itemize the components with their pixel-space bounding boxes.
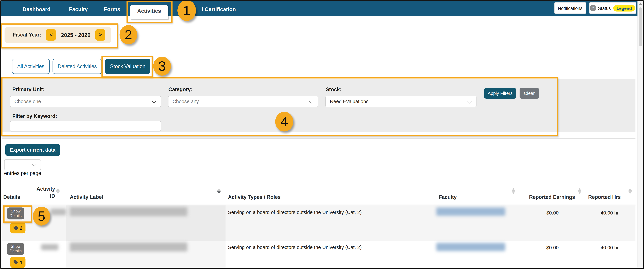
sort-up-icon	[56, 188, 60, 191]
stock-select[interactable]: Need Evaluations	[325, 96, 476, 107]
redacted-faculty-link[interactable]	[436, 208, 505, 216]
tag-count-value: 2	[20, 226, 22, 230]
nav-item-dashboard[interactable]: Dashboard	[22, 6, 50, 12]
reported-earnings-cell: $0.00	[546, 210, 558, 216]
sort-icon-reported-hrs[interactable]	[628, 188, 632, 194]
column-header-details[interactable]: Details	[3, 194, 20, 200]
nav-tab-activities-label: Activities	[137, 8, 161, 14]
keyword-filter-input[interactable]	[10, 121, 161, 132]
export-current-data-button[interactable]: Export current data	[6, 144, 60, 156]
sort-icon-activity-id[interactable]	[56, 188, 60, 194]
stock-value: Need Evaluations	[330, 98, 468, 104]
column-header-reported-hrs[interactable]: Reported Hrs	[588, 194, 620, 200]
tab-deleted-activities-label: Deleted Activities	[58, 64, 97, 69]
reported-hrs-cell: 40.00 hr	[600, 245, 619, 251]
status-label: Status	[598, 6, 611, 10]
top-navbar: Dashboard Faculty Forms l Certification	[1, 1, 639, 16]
tab-stock-valuation-active[interactable]: Stock Valuation	[105, 59, 150, 74]
primary-unit-value: Choose one	[14, 98, 152, 104]
sort-up-icon	[217, 188, 221, 191]
help-question-icon: ?	[590, 6, 596, 11]
tab-all-activities-label: All Activities	[17, 64, 44, 69]
clear-filters-button[interactable]: Clear	[520, 88, 539, 98]
category-value: Choose any	[172, 98, 310, 104]
notifications-label: Notifications	[558, 6, 582, 10]
sort-down-icon	[628, 192, 632, 194]
vertical-scrollbar[interactable]	[638, 1, 643, 268]
scrollbar-thumb[interactable]	[639, 8, 642, 46]
sort-down-active-icon	[217, 192, 221, 194]
notifications-button[interactable]: Notifications	[554, 2, 586, 14]
column-header-reported-earnings[interactable]: Reported Earnings	[529, 194, 575, 200]
tab-deleted-activities[interactable]: Deleted Activities	[53, 59, 102, 74]
scrollbar-up-arrow-icon[interactable]	[639, 2, 642, 5]
tag-count-button[interactable]: 2	[10, 222, 26, 233]
primary-unit-label: Primary Unit:	[12, 87, 44, 92]
nav-item-forms[interactable]: Forms	[104, 6, 120, 12]
primary-unit-select[interactable]: Choose one	[10, 96, 161, 107]
reported-hrs-cell: 40.00 hr	[600, 210, 619, 216]
keyword-filter-label: Filter by Keyword:	[12, 114, 57, 119]
sort-down-icon	[56, 192, 60, 194]
column-header-activity-label[interactable]: Activity Label	[70, 194, 103, 200]
section-divider	[2, 138, 636, 139]
fiscal-year-prev-button[interactable]: <	[46, 29, 56, 40]
chevron-down-icon	[467, 98, 472, 103]
nav-item-certification-partial[interactable]: l Certification	[202, 6, 236, 12]
legend-pill: Legend	[613, 5, 635, 11]
annotation-badge-3: 3	[153, 57, 171, 76]
show-details-button[interactable]: Show Details	[7, 243, 24, 254]
tag-icon	[13, 260, 19, 265]
sort-icon-reported-earnings[interactable]	[578, 188, 581, 194]
sort-down-icon	[512, 192, 515, 194]
column-header-activity-id[interactable]: Activity ID	[31, 186, 55, 200]
chevron-down-icon	[309, 98, 314, 103]
entries-per-page-select[interactable]	[4, 160, 41, 170]
tab-all-activities[interactable]: All Activities	[12, 59, 50, 74]
annotation-badge-2: 2	[120, 25, 137, 44]
app-window: Dashboard Faculty Forms l Certification …	[0, 0, 644, 269]
reported-earnings-cell: $0.00	[546, 245, 558, 251]
tag-count-button[interactable]: 1	[10, 257, 26, 268]
category-label: Category:	[168, 87, 192, 92]
fiscal-year-selector: Fiscal Year: < 2025 - 2026 >	[4, 27, 111, 43]
apply-filters-button[interactable]: Apply Filters	[484, 88, 516, 98]
sort-up-icon	[628, 188, 632, 191]
nav-item-faculty[interactable]: Faculty	[69, 6, 88, 12]
activity-types-roles-cell: Serving on a board of directors outside …	[228, 244, 362, 250]
sort-up-icon	[578, 188, 581, 191]
tag-icon	[13, 225, 19, 230]
chevron-down-icon	[32, 162, 36, 166]
fiscal-year-label: Fiscal Year:	[13, 32, 41, 38]
redacted-faculty-link[interactable]	[436, 243, 505, 251]
show-details-button[interactable]: Show Details	[7, 208, 24, 219]
status-legend-button[interactable]: ? Status Legend	[589, 2, 636, 14]
redacted-activity-label	[70, 242, 187, 252]
tag-count-value: 1	[20, 260, 22, 265]
entries-per-page-label: entries per page	[4, 170, 41, 176]
redacted-activity-label	[70, 207, 187, 216]
nav-tab-activities-active[interactable]: Activities	[130, 5, 168, 19]
category-select[interactable]: Choose any	[168, 96, 318, 107]
sort-down-icon	[578, 192, 581, 194]
column-header-activity-types-roles[interactable]: Activity Types / Roles	[228, 194, 280, 200]
fiscal-year-next-button[interactable]: >	[95, 29, 105, 40]
activity-types-roles-cell: Serving on a board of directors outside …	[228, 210, 362, 215]
fiscal-year-value: 2025 - 2026	[61, 32, 90, 38]
tab-stock-valuation-label: Stock Valuation	[110, 64, 146, 69]
sort-up-icon	[512, 188, 515, 191]
chevron-down-icon	[152, 98, 156, 103]
stock-label: Stock:	[326, 87, 342, 92]
sort-icon-activity-label-desc[interactable]	[217, 188, 221, 194]
redacted-activity-id	[50, 209, 66, 215]
column-header-faculty[interactable]: Faculty	[439, 194, 457, 200]
sort-icon-faculty[interactable]	[512, 188, 515, 194]
redacted-activity-id	[41, 244, 58, 250]
